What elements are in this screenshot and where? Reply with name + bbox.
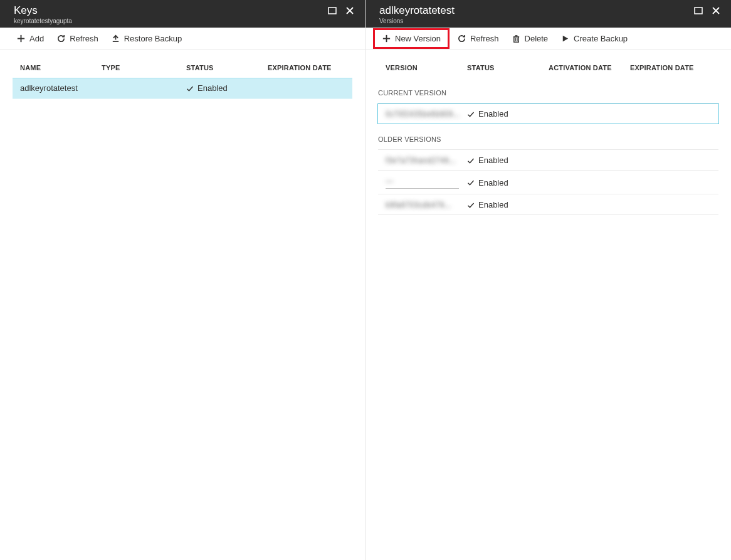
refresh-label-left: Refresh <box>70 34 98 43</box>
blade-header-right: adlkeyrotatetest Versions <box>366 0 731 28</box>
svg-rect-6 <box>695 8 702 14</box>
toolbar-left: Add Refresh Restore Backup <box>0 28 365 50</box>
key-status-text: Enabled <box>197 83 228 93</box>
col-activation: ACTIVATION DATE <box>549 64 630 71</box>
restore-label: Restore Backup <box>124 34 182 43</box>
refresh-label-right: Refresh <box>470 34 499 43</box>
blade-title-left: Keys <box>14 4 72 17</box>
version-id: 0c70f2435be6b809... <box>386 109 467 119</box>
close-icon[interactable] <box>711 6 721 16</box>
key-row[interactable]: adlkeyrotatetest Enabled <box>13 78 352 98</box>
version-status-text: Enabled <box>478 156 508 165</box>
refresh-button-left[interactable]: Refresh <box>51 31 103 46</box>
restore-icon <box>111 34 120 43</box>
add-label: Add <box>29 34 44 43</box>
keys-blade: Keys keyrotatetestyagupta Add Refresh Re… <box>0 0 366 560</box>
create-backup-button[interactable]: Create Backup <box>555 31 633 46</box>
version-id: b9fa6703cdb478... <box>386 200 467 209</box>
version-status-text: Enabled <box>478 200 508 209</box>
create-backup-label: Create Backup <box>574 34 628 43</box>
refresh-icon <box>56 34 66 43</box>
key-name: adlkeyrotatetest <box>20 83 102 93</box>
restore-backup-button[interactable]: Restore Backup <box>106 31 187 46</box>
blade-subtitle-left: keyrotatetestyagupta <box>14 18 72 24</box>
older-version-row[interactable]: — Enabled <box>378 171 718 194</box>
check-icon <box>467 201 475 209</box>
key-status: Enabled <box>186 83 268 93</box>
col-name: NAME <box>20 64 102 71</box>
maximize-icon[interactable] <box>327 6 337 16</box>
svg-marker-16 <box>563 36 568 41</box>
version-status: Enabled <box>467 156 549 165</box>
col-expiration-right: EXPIRATION DATE <box>630 64 705 71</box>
keys-content: NAME TYPE STATUS EXPIRATION DATE adlkeyr… <box>0 50 365 560</box>
maximize-icon[interactable] <box>693 6 703 16</box>
plus-icon <box>16 34 26 43</box>
older-versions-label: OLDER VERSIONS <box>378 124 718 149</box>
check-icon <box>467 157 475 164</box>
older-version-row[interactable]: f3e7a73hand2746... Enabled <box>378 150 718 171</box>
version-status: Enabled <box>467 109 549 119</box>
highlight-new-version: New Version <box>373 28 450 49</box>
refresh-icon <box>457 34 466 43</box>
version-status: Enabled <box>467 200 549 209</box>
new-version-button[interactable]: New Version <box>377 31 446 46</box>
new-version-label: New Version <box>395 34 441 43</box>
blade-subtitle-right: Versions <box>379 18 455 24</box>
add-button[interactable]: Add <box>11 31 49 46</box>
plus-icon <box>382 34 391 43</box>
versions-content: VERSION STATUS ACTIVATION DATE EXPIRATIO… <box>366 50 731 560</box>
version-id: — <box>386 176 467 189</box>
trash-icon <box>512 34 521 43</box>
delete-label: Delete <box>525 34 549 43</box>
close-icon[interactable] <box>345 6 355 16</box>
toolbar-right: New Version Refresh Delete Create Backup <box>366 28 731 50</box>
check-icon <box>467 179 475 186</box>
version-id: f3e7a73hand2746... <box>386 156 467 165</box>
version-status-text: Enabled <box>478 109 508 119</box>
versions-column-headers: VERSION STATUS ACTIVATION DATE EXPIRATIO… <box>378 50 718 78</box>
svg-rect-11 <box>513 37 518 42</box>
blade-title-right: adlkeyrotatetest <box>379 4 455 17</box>
refresh-button-right[interactable]: Refresh <box>452 31 504 46</box>
check-icon <box>467 110 475 118</box>
version-status-text: Enabled <box>478 178 508 188</box>
delete-button[interactable]: Delete <box>507 31 554 46</box>
col-version: VERSION <box>386 64 467 71</box>
older-version-row[interactable]: b9fa6703cdb478... Enabled <box>378 194 718 215</box>
current-version-row[interactable]: 0c70f2435be6b809... Enabled <box>377 103 719 124</box>
check-icon <box>186 85 194 92</box>
current-version-label: CURRENT VERSION <box>378 78 718 103</box>
keys-column-headers: NAME TYPE STATUS EXPIRATION DATE <box>13 50 352 78</box>
col-status: STATUS <box>186 64 268 71</box>
col-expiration: EXPIRATION DATE <box>268 64 349 71</box>
versions-blade: adlkeyrotatetest Versions New Version Re… <box>366 0 731 560</box>
version-status: Enabled <box>467 178 549 188</box>
svg-rect-0 <box>329 8 336 14</box>
col-type: TYPE <box>102 64 186 71</box>
blade-header-left: Keys keyrotatetestyagupta <box>0 0 365 28</box>
play-icon <box>560 34 570 43</box>
col-status-right: STATUS <box>467 64 549 71</box>
